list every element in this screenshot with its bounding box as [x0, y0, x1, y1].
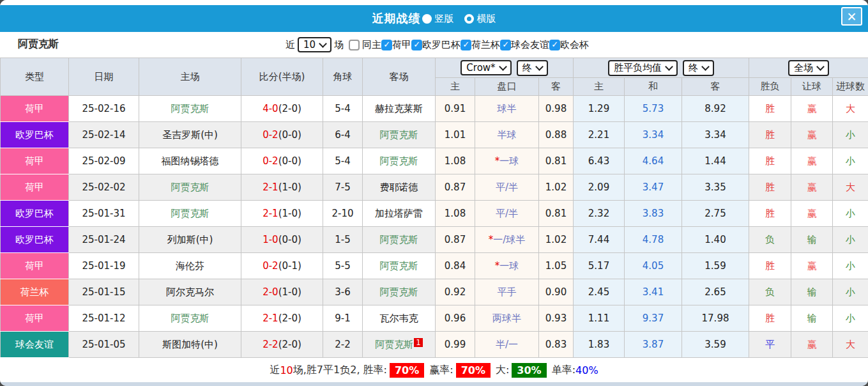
goals-result-cell: 小	[833, 201, 868, 227]
header-odds-home: 主	[436, 78, 475, 96]
close-icon[interactable]: ✕	[841, 7, 862, 26]
away-team-cell: 赫拉克莱斯	[363, 96, 436, 122]
handicap-cell: 两球半	[475, 305, 539, 332]
avg-away-cell: 2.65	[682, 279, 749, 305]
avg-draw-cell: 3.41	[625, 279, 682, 305]
away-team-cell: 阿贾克斯	[363, 122, 436, 148]
result-cell: 胜	[749, 96, 791, 122]
date-cell: 25-01-05	[69, 332, 139, 358]
league-cell: 欧罗巴杯	[1, 227, 69, 253]
avg-time-select[interactable]: 终	[683, 60, 714, 76]
goals-result-cell: 大	[833, 96, 868, 122]
recent-label: 近	[286, 39, 295, 51]
avg-type-select[interactable]: 胜平负均值	[608, 60, 678, 76]
date-cell: 25-01-24	[69, 227, 139, 253]
header-handicap-result: 让球	[791, 78, 833, 96]
avg-draw-cell: 3.83	[625, 201, 682, 227]
header-score: 比分(半场)	[241, 58, 323, 96]
odds-away-cell: 1.05	[539, 253, 574, 279]
header-type: 类型	[1, 58, 69, 96]
result-cell: 胜	[749, 201, 791, 227]
chevron-down-icon	[701, 63, 710, 71]
score-cell: 2-1(2-0)	[241, 305, 323, 332]
handicap-result-cell: 赢	[791, 96, 833, 122]
radio-vertical-label[interactable]: 竖版	[435, 13, 454, 25]
same-home-checkbox[interactable]	[349, 40, 360, 50]
title-bar: 近期战绩 竖版 横版 ✕	[0, 5, 868, 32]
radio-vertical-selected[interactable]	[422, 14, 432, 24]
odds-away-cell: 0.81	[539, 148, 574, 174]
league-label-4[interactable]: 欧会杯	[560, 39, 589, 51]
league-checkbox-0[interactable]: ✓	[381, 40, 392, 50]
avg-away-cell: 3.59	[682, 332, 749, 358]
odds-company-select[interactable]: Crow*	[461, 60, 511, 75]
table-row: 欧罗巴杯25-02-14圣吉罗斯(中)0-2(0-0)6-4阿贾克斯1.01半球…	[1, 122, 868, 148]
top-strip	[0, 0, 868, 5]
home-team-cell: 斯图加特(中)	[139, 332, 241, 358]
result-cell: 胜	[749, 174, 791, 201]
avg-home-cell: 2.45	[574, 279, 625, 305]
date-cell: 25-02-14	[69, 122, 139, 148]
league-label-2[interactable]: 荷兰杯	[471, 39, 500, 51]
recent-count-select[interactable]: 10	[298, 37, 331, 52]
odds-away-cell: 0.98	[539, 96, 574, 122]
league-checkbox-2[interactable]: ✓	[461, 40, 471, 50]
odds-away-cell: 0.81	[539, 201, 574, 227]
corners-cell: 5-4	[323, 148, 363, 174]
goals-result-cell: 大	[833, 174, 868, 201]
avg-home-cell: 5.17	[574, 253, 625, 279]
league-label-3[interactable]: 球会友谊	[511, 39, 549, 51]
result-cell: 平	[749, 332, 791, 358]
header-corners: 角球	[323, 58, 363, 96]
league-label-0[interactable]: 荷甲	[392, 39, 411, 51]
odds-home-cell: 1.01	[436, 122, 475, 148]
away-team-cell: 阿贾克斯	[363, 227, 436, 253]
corners-cell: 1-5	[323, 227, 363, 253]
asia-rate-badge: 70%	[456, 363, 491, 378]
goals-result-cell: 大	[833, 332, 868, 358]
table-row: 荷甲25-02-16阿贾克斯4-0(2-0)5-4赫拉克莱斯0.91球半0.98…	[1, 96, 868, 122]
header-away: 客场	[363, 58, 436, 96]
radio-horizontal-label[interactable]: 横版	[477, 13, 496, 25]
scope-select[interactable]: 全场	[788, 60, 829, 76]
home-team-cell: 列加斯(中)	[139, 227, 241, 253]
score-cell: 1-0(0-0)	[241, 227, 323, 253]
odds-time-select[interactable]: 终	[517, 60, 548, 76]
date-cell: 25-01-15	[69, 279, 139, 305]
home-team-cell: 阿贾克斯	[139, 174, 241, 201]
odds-home-cell: 1.08	[436, 148, 475, 174]
radio-horizontal[interactable]	[464, 14, 474, 24]
league-checkbox-3[interactable]: ✓	[500, 40, 511, 50]
league-cell: 欧罗巴杯	[1, 201, 69, 227]
avg-home-cell: 2.09	[574, 174, 625, 201]
league-checkbox-1[interactable]: ✓	[411, 40, 422, 50]
home-team-cell: 阿贾克斯	[139, 96, 241, 122]
home-team-cell: 阿贾克斯	[139, 305, 241, 332]
score-cell: 2-0(1-0)	[241, 279, 323, 305]
header-wl: 胜负	[749, 78, 791, 96]
avg-draw-cell: 4.64	[625, 148, 682, 174]
odds-away-cell: 1.02	[539, 227, 574, 253]
handicap-result-cell: 赢	[791, 253, 833, 279]
handicap-cell: 平/半	[475, 174, 539, 201]
score-cell: 0-2(0-0)	[241, 122, 323, 148]
avg-home-cell: 6.43	[574, 148, 625, 174]
chevron-down-icon	[816, 63, 825, 71]
league-label-1[interactable]: 欧罗巴杯	[422, 39, 461, 51]
results-body: 荷甲25-02-16阿贾克斯4-0(2-0)5-4赫拉克莱斯0.91球半0.98…	[1, 96, 868, 358]
goals-result-cell: 小	[833, 305, 868, 332]
handicap-cell: 平/半	[475, 201, 539, 227]
league-cell: 荷甲	[1, 305, 69, 332]
date-cell: 25-02-16	[69, 96, 139, 122]
away-team-cell: 阿贾克斯	[363, 279, 436, 305]
league-cell: 球会友谊	[1, 332, 69, 358]
result-cell: 胜	[749, 305, 791, 332]
league-cell: 欧罗巴杯	[1, 122, 69, 148]
handicap-result-cell: 赢	[791, 201, 833, 227]
away-team-cell: 费耶诺德	[363, 174, 436, 201]
home-team-cell: 圣吉罗斯(中)	[139, 122, 241, 148]
league-checkbox-4[interactable]: ✓	[549, 40, 560, 50]
date-cell: 25-01-31	[69, 201, 139, 227]
goals-result-cell: 小	[833, 122, 868, 148]
matches-label: 场	[334, 39, 344, 51]
